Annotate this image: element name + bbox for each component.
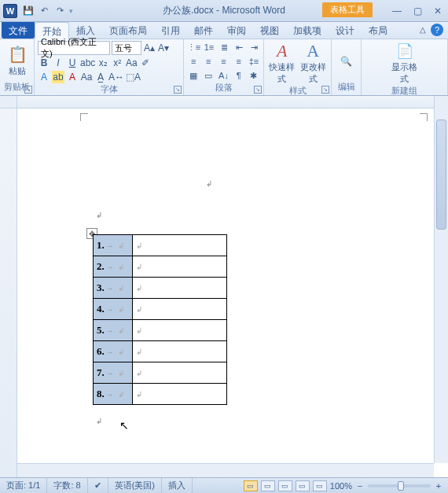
show-format-button[interactable]: 📄 显示格式 <box>389 41 420 85</box>
vertical-ruler[interactable] <box>0 109 17 477</box>
bullets-button[interactable]: ⋮≡ <box>187 41 200 53</box>
zoom-out-button[interactable]: − <box>355 481 365 491</box>
strikethrough-button[interactable]: abc <box>80 57 95 69</box>
save-icon[interactable]: 💾 <box>22 5 35 17</box>
help-icon[interactable]: ? <box>431 24 443 36</box>
align-right-button[interactable]: ≡ <box>217 55 230 68</box>
qat-dropdown-icon[interactable]: ▾ <box>69 7 73 15</box>
table-cell-empty[interactable]: ↲ <box>133 341 227 362</box>
font-dialog-launcher[interactable]: ↘ <box>174 86 182 94</box>
char-border-button[interactable]: ⬚A <box>126 71 141 83</box>
shrink-font-icon[interactable]: A▾ <box>157 42 170 54</box>
text-effects-button[interactable]: A <box>38 71 50 83</box>
table-row[interactable]: 8.→ ↲↲ <box>94 384 227 405</box>
numbering-button[interactable]: 1≡ <box>203 41 215 53</box>
view-outline-button[interactable]: ▭ <box>296 480 310 491</box>
view-draft-button[interactable]: ▭ <box>313 480 327 491</box>
subscript-button[interactable]: x₂ <box>97 57 109 69</box>
vertical-scrollbar[interactable] <box>434 96 448 463</box>
sort-button[interactable]: A↓ <box>217 69 230 82</box>
view-full-screen-button[interactable]: ▭ <box>261 480 275 491</box>
document-page[interactable]: ↲ ↲ ✥ 1.→ ↲↲2.→ ↲↲3.→ ↲↲4.→ ↲↲5.→ ↲↲6.→ … <box>17 109 434 463</box>
table-row[interactable]: 1.→ ↲↲ <box>94 235 227 256</box>
decrease-indent-button[interactable]: ⇤ <box>233 41 245 53</box>
clear-format-icon[interactable]: ✐ <box>139 57 152 69</box>
grow-font-icon[interactable]: A▴ <box>143 42 156 54</box>
quick-styles-button[interactable]: A 快速样式 <box>267 41 297 85</box>
find-icon[interactable]: 🔍 <box>340 55 353 68</box>
table-row[interactable]: 3.→ ↲↲ <box>94 278 227 299</box>
close-button[interactable]: ✕ <box>431 6 445 17</box>
shading-button[interactable]: ▦ <box>187 69 200 82</box>
char-scale-button[interactable]: A↔ <box>108 71 124 83</box>
table-cell-number[interactable]: 5.→ ↲ <box>94 320 133 341</box>
document-table[interactable]: 1.→ ↲↲2.→ ↲↲3.→ ↲↲4.→ ↲↲5.→ ↲↲6.→ ↲↲7.→ … <box>93 234 227 405</box>
zoom-slider-thumb[interactable] <box>398 481 404 491</box>
align-center-button[interactable]: ≡ <box>202 55 215 68</box>
tab-design[interactable]: 设计 <box>329 22 362 39</box>
line-spacing-button[interactable]: ‡≡ <box>248 55 260 68</box>
tab-addins[interactable]: 加载项 <box>286 22 329 39</box>
tab-file[interactable]: 文件 <box>2 22 35 39</box>
table-cell-number[interactable]: 4.→ ↲ <box>94 299 133 320</box>
table-cell-number[interactable]: 2.→ ↲ <box>94 256 133 278</box>
status-word-count[interactable]: 字数: 8 <box>47 478 87 493</box>
context-tab-table-tools[interactable]: 表格工具 <box>322 2 373 17</box>
table-cell-empty[interactable]: ↲ <box>133 362 227 384</box>
status-page[interactable]: 页面: 1/1 <box>0 478 47 493</box>
font-name-combo[interactable]: Calibri (西文正文) <box>38 41 110 55</box>
tab-page-layout[interactable]: 页面布局 <box>102 22 154 39</box>
align-left-button[interactable]: ≡ <box>187 55 200 68</box>
status-language[interactable]: 英语(美国) <box>108 478 162 493</box>
paste-button[interactable]: 📋 粘贴 <box>3 45 31 77</box>
horizontal-scrollbar[interactable] <box>17 463 434 477</box>
underline-button[interactable]: U <box>66 57 79 69</box>
clipboard-dialog-launcher[interactable]: ↘ <box>24 86 32 94</box>
show-marks-button[interactable]: ¶ <box>233 69 245 82</box>
tab-references[interactable]: 引用 <box>154 22 187 39</box>
table-cell-number[interactable]: 3.→ ↲ <box>94 278 133 299</box>
zoom-level[interactable]: 100% <box>330 481 352 491</box>
table-cell-number[interactable]: 7.→ ↲ <box>94 362 133 384</box>
tab-review[interactable]: 审阅 <box>220 22 253 39</box>
table-cell-number[interactable]: 6.→ ↲ <box>94 341 133 362</box>
paragraph-dialog-launcher[interactable]: ↘ <box>254 86 262 94</box>
styles-dialog-launcher[interactable]: ↘ <box>321 86 329 94</box>
tab-view[interactable]: 视图 <box>253 22 286 39</box>
redo-icon[interactable]: ↷ <box>53 5 66 17</box>
ribbon-minimize-icon[interactable]: △ <box>420 25 426 34</box>
change-case-button[interactable]: Aa <box>125 57 138 69</box>
change-styles-button[interactable]: A 更改样式 <box>299 41 329 85</box>
borders-button[interactable]: ▭ <box>202 69 215 82</box>
table-cell-empty[interactable]: ↲ <box>133 384 227 405</box>
undo-icon[interactable]: ↶ <box>38 5 50 17</box>
zoom-slider[interactable] <box>368 484 431 487</box>
status-proofing-icon[interactable]: ✔ <box>88 478 108 493</box>
italic-button[interactable]: I <box>52 57 64 69</box>
table-row[interactable]: 2.→ ↲↲ <box>94 256 227 278</box>
table-row[interactable]: 7.→ ↲↲ <box>94 362 227 384</box>
table-row[interactable]: 5.→ ↲↲ <box>94 320 227 341</box>
superscript-button[interactable]: x² <box>111 57 123 69</box>
highlight-button[interactable]: ab <box>52 71 64 83</box>
char-shading-button[interactable]: Aa <box>80 71 93 83</box>
horizontal-ruler[interactable] <box>17 96 434 109</box>
table-cell-empty[interactable]: ↲ <box>133 320 227 341</box>
table-cell-empty[interactable]: ↲ <box>133 278 227 299</box>
multilevel-button[interactable]: ≣ <box>218 41 230 53</box>
table-cell-empty[interactable]: ↲ <box>133 256 227 278</box>
status-mode[interactable]: 插入 <box>162 478 193 493</box>
view-web-button[interactable]: ▭ <box>278 480 292 491</box>
restore-button[interactable]: ▢ <box>410 6 424 17</box>
scrollbar-thumb[interactable] <box>436 120 446 230</box>
table-cell-empty[interactable]: ↲ <box>133 235 227 256</box>
asian-layout-button[interactable]: ✱ <box>248 69 260 82</box>
zoom-in-button[interactable]: + <box>434 481 443 491</box>
view-print-layout-button[interactable]: ▭ <box>244 480 258 491</box>
enclose-button[interactable]: A̲ <box>94 71 107 83</box>
justify-button[interactable]: ≡ <box>233 55 245 68</box>
increase-indent-button[interactable]: ⇥ <box>248 41 260 53</box>
font-color-button[interactable]: A <box>66 71 79 83</box>
table-cell-number[interactable]: 8.→ ↲ <box>94 384 133 405</box>
font-size-combo[interactable]: 五号 <box>112 41 141 55</box>
